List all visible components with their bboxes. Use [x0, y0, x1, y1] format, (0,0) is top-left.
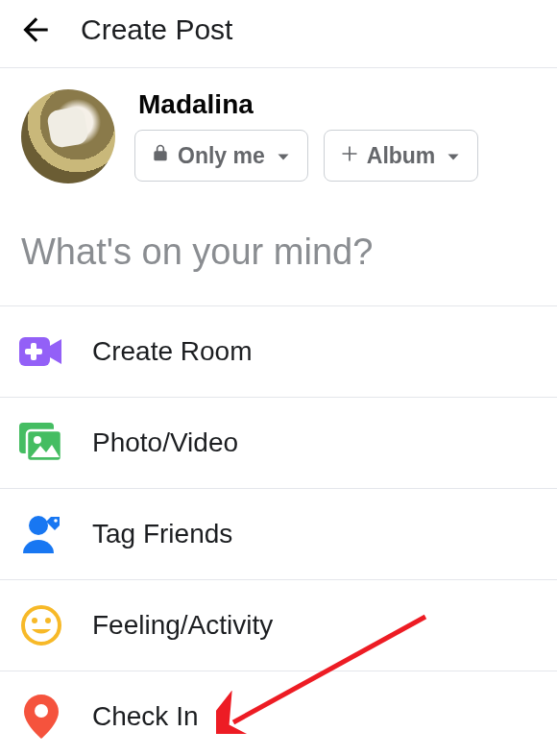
svg-point-5 [34, 436, 41, 444]
chevron-down-icon [275, 143, 292, 169]
option-check-in[interactable]: Check In [0, 671, 557, 756]
video-plus-icon [19, 329, 63, 374]
option-create-room[interactable]: Create Room [0, 305, 557, 397]
photo-icon [19, 421, 63, 465]
option-photo-video[interactable]: Photo/Video [0, 397, 557, 488]
svg-point-8 [23, 607, 60, 644]
profile-info: Madalina Only me Album [134, 89, 478, 183]
svg-point-9 [32, 618, 37, 623]
composer [0, 203, 557, 305]
location-pin-icon [19, 695, 63, 739]
option-feeling-activity[interactable]: Feeling/Activity [0, 579, 557, 671]
svg-point-6 [29, 516, 48, 535]
smiley-icon [19, 603, 63, 647]
option-label: Check In [92, 701, 199, 732]
privacy-selector[interactable]: Only me [134, 130, 308, 182]
page-title: Create Post [81, 13, 232, 46]
album-selector[interactable]: Album [324, 130, 479, 182]
svg-point-10 [45, 618, 51, 623]
chevron-down-icon [445, 143, 462, 169]
option-label: Feeling/Activity [92, 610, 273, 641]
lock-icon [151, 142, 170, 169]
svg-point-7 [54, 519, 58, 523]
header: Create Post [0, 0, 557, 67]
username: Madalina [138, 89, 478, 120]
svg-point-11 [35, 704, 48, 718]
person-tag-icon [19, 512, 63, 556]
option-label: Photo/Video [92, 427, 238, 458]
plus-icon [340, 143, 359, 169]
profile-row: Madalina Only me Album [0, 68, 557, 203]
svg-rect-2 [25, 349, 42, 354]
back-icon[interactable] [17, 12, 54, 48]
privacy-label: Only me [178, 143, 265, 169]
selector-row: Only me Album [134, 130, 478, 182]
option-label: Tag Friends [92, 519, 232, 549]
option-label: Create Room [92, 336, 253, 367]
composer-input[interactable] [21, 232, 536, 273]
option-tag-friends[interactable]: Tag Friends [0, 488, 557, 579]
avatar[interactable] [21, 89, 115, 183]
options-list: Create Room Photo/Video Tag Friends [0, 305, 557, 756]
album-label: Album [367, 143, 436, 169]
